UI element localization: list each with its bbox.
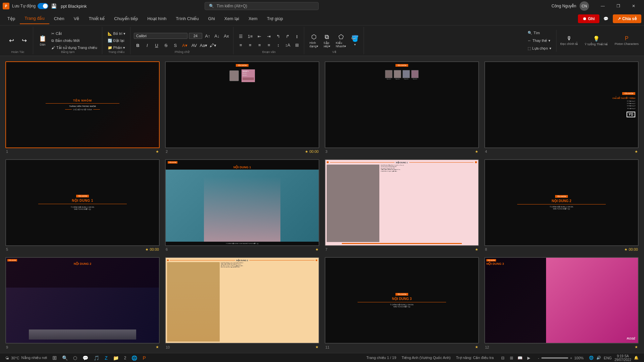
search-bar[interactable]: 🔍 Tìm kiếm (Alt+Q) xyxy=(205,2,319,10)
dictate-button[interactable]: 🎙 Đọc chính tả xyxy=(558,34,581,47)
zoom-in-button[interactable]: + xyxy=(570,356,572,360)
tab-file[interactable]: Tệp xyxy=(3,13,20,24)
slide-item-10[interactable]: NỘI DUNG 2 Jennie Kim (Hangul: 김제니); sin… xyxy=(165,257,319,350)
share-button[interactable]: ↗ Chia sẻ xyxy=(613,14,641,23)
highlight-button[interactable]: 🖍▾ xyxy=(209,41,217,49)
taskbar-icon-files[interactable]: 📁 xyxy=(113,355,119,361)
bold-button[interactable]: B xyxy=(134,41,142,49)
design-ideas-button[interactable]: 💡 Ý tưởng Thiết kế xyxy=(582,34,610,47)
redo-button[interactable]: ↪ xyxy=(18,36,30,46)
slide-thumb-6[interactable]: TÊN NHÓM NỘI DUNG 1 Ý CHÍNH NỘI DUNG 1 G… xyxy=(165,159,319,246)
slideshow-button[interactable]: ▶ xyxy=(525,354,533,362)
slide-thumb-4[interactable]: TÊN NHÓM CHỦ ĐỀ THUYẾT TRÌNH 01 Nội dung… xyxy=(484,61,639,148)
italic-button[interactable]: I xyxy=(143,41,151,49)
slide-item-2[interactable]: TÊN NHÓM GROUP 1 GROUP 5 GROUP 6 xyxy=(165,61,319,154)
network-icon[interactable]: 🌐 xyxy=(589,356,594,360)
underline-button[interactable]: U xyxy=(153,41,161,49)
tab-help[interactable]: Trợ giúp xyxy=(262,13,288,24)
slide-sorter-button[interactable]: ⊞ xyxy=(508,354,515,362)
decrease-font-button[interactable]: A↓ xyxy=(213,32,221,40)
reading-view-button[interactable]: 📖 xyxy=(517,354,524,362)
char-spacing-button[interactable]: AV xyxy=(190,41,198,49)
line-spacing-button[interactable]: ↕ xyxy=(274,41,282,49)
taskbar-icon-ppt[interactable]: P xyxy=(143,355,146,361)
slide-item-12[interactable]: ROSÉ TÊN NHÓM NỘI DUNG 3 12 ★ xyxy=(484,257,639,350)
decrease-indent-button[interactable]: ⇤ xyxy=(256,32,264,40)
align-center-button[interactable]: ≡ xyxy=(246,41,254,49)
maximize-button[interactable]: ❐ xyxy=(610,0,626,12)
tab-draw[interactable]: Vẽ xyxy=(69,13,84,24)
font-size-input[interactable] xyxy=(189,33,202,39)
smartart-button[interactable]: ⊞ xyxy=(293,41,301,49)
slide-thumb-7[interactable]: NỘI DUNG 1 Lalisa Manoban (Tiếng thái: ป… xyxy=(325,159,479,246)
align-right-button[interactable]: ≡ xyxy=(256,41,264,49)
section-button[interactable]: 📁 Phần ▾ xyxy=(106,45,127,51)
tab-insert[interactable]: Chèn xyxy=(49,13,69,24)
strikethrough-button[interactable]: S xyxy=(162,41,170,49)
slide-thumb-9[interactable]: TÊN NHÓM NỘI DUNG 2 xyxy=(5,257,160,344)
slide-item-11[interactable]: TÊN NHÓM NỘI DUNG 3 Ý CHÍNH NỘI DUNG 1 G… xyxy=(325,257,479,350)
notifications-button[interactable]: 🔔 xyxy=(634,356,639,360)
taskbar-icon-music[interactable]: 🎵 xyxy=(94,355,99,361)
minimize-button[interactable]: — xyxy=(595,0,610,12)
taskbar-icon-widgets[interactable]: ⬡ xyxy=(73,355,77,361)
copy-button[interactable]: ⧉Bản chiếu Mới xyxy=(49,38,99,44)
increase-font-button[interactable]: A↑ xyxy=(204,32,212,40)
volume-icon[interactable]: 🔊 xyxy=(596,356,601,360)
slide-item-4[interactable]: TÊN NHÓM CHỦ ĐỀ THUYẾT TRÌNH 01 Nội dung… xyxy=(484,61,639,154)
slide-thumb-8[interactable]: TÊN NHÓM NỘI DUNG 2 Ý CHÍNH NỘI DUNG 1 G… xyxy=(484,159,639,246)
quick-styles-button[interactable]: ⬠KiểuNhanh▾ xyxy=(334,32,348,49)
slide-item-6[interactable]: TÊN NHÓM NỘI DUNG 1 Ý CHÍNH NỘI DUNG 1 G… xyxy=(165,159,319,252)
taskbar-icon-chat[interactable]: 💬 xyxy=(83,355,88,361)
rtl-button[interactable]: ↰ xyxy=(274,32,282,40)
cut-button[interactable]: ✂Cắt xyxy=(49,31,99,37)
slide-item-9[interactable]: TÊN NHÓM NỘI DUNG 2 9 ★ xyxy=(5,257,160,350)
taskbar-icon-vpn[interactable]: Z xyxy=(105,355,108,361)
slide-thumb-12[interactable]: ROSÉ TÊN NHÓM NỘI DUNG 3 xyxy=(484,257,639,344)
justify-button[interactable]: ≡ xyxy=(265,41,273,49)
tab-slideshow[interactable]: Trình Chiếu xyxy=(171,13,203,24)
paste-button[interactable]: 📋Dán xyxy=(37,34,49,48)
zoom-out-button[interactable]: - xyxy=(538,356,539,360)
slide-item-8[interactable]: TÊN NHÓM NỘI DUNG 2 Ý CHÍNH NỘI DUNG 1 G… xyxy=(484,159,639,252)
slide-thumb-5[interactable]: TÊN NHÓM NỘI DUNG 1 Ý CHÍNH NỘI DUNG 1 G… xyxy=(5,159,160,246)
normal-view-button[interactable]: ⊟ xyxy=(499,354,506,362)
taskbar-icon-search[interactable]: 🔍 xyxy=(62,355,68,361)
record-button[interactable]: ⏺ Ghi xyxy=(578,14,599,23)
font-color-button[interactable]: A▾ xyxy=(181,41,189,49)
taskbar-icon-notification[interactable]: 2 xyxy=(124,356,126,360)
find-button[interactable]: 🔍 Tìm xyxy=(526,30,553,36)
slide-thumb-11[interactable]: TÊN NHÓM NỘI DUNG 3 Ý CHÍNH NỘI DUNG 1 G… xyxy=(325,257,479,344)
slide-item-3[interactable]: TÊN NHÓM Họ và tên Họ và tên xyxy=(325,61,479,154)
format-painter-button[interactable]: 🖌Tải sử dụng Trang chiếu xyxy=(49,45,99,51)
text-direction-button[interactable]: ↕A xyxy=(284,41,292,49)
slide-thumb-1[interactable]: TÊN NHÓM THÀNH VIÊN TRONG NHÓM CHỦ ĐỀ TH… xyxy=(5,61,160,148)
tab-design[interactable]: Thiết kế xyxy=(84,13,109,24)
zoom-slider[interactable] xyxy=(541,357,568,359)
slide-thumb-10[interactable]: NỘI DUNG 2 Jennie Kim (Hangul: 김제니); sin… xyxy=(165,257,319,344)
doc-name[interactable]: ppt Blackpink xyxy=(61,4,87,9)
layout-button[interactable]: 📐 Bố trí ▾ xyxy=(106,31,127,37)
reset-button[interactable]: 🔄 Đặt lại xyxy=(106,38,127,44)
change-case-button[interactable]: Aa▾ xyxy=(200,41,208,49)
slide-item-7[interactable]: NỘI DUNG 1 Lalisa Manoban (Tiếng thái: ป… xyxy=(325,159,479,252)
numbering-button[interactable]: 1≡ xyxy=(246,32,254,40)
slide-item-5[interactable]: TÊN NHÓM NỘI DUNG 1 Ý CHÍNH NỘI DUNG 1 G… xyxy=(5,159,160,252)
columns-button[interactable]: ⫿ xyxy=(293,32,301,40)
slide-item-1[interactable]: TÊN NHÓM THÀNH VIÊN TRONG NHÓM CHỦ ĐỀ TH… xyxy=(5,61,160,154)
tab-record[interactable]: Ghi xyxy=(204,13,220,24)
avatar[interactable]: CN xyxy=(580,1,589,11)
shapes-button[interactable]: ⬡Hìnhdạng▾ xyxy=(308,32,320,49)
font-name-input[interactable] xyxy=(134,33,187,39)
bullets-button[interactable]: ☰ xyxy=(237,32,245,40)
shape-fill-button[interactable]: 🪣▾ xyxy=(349,34,361,48)
close-button[interactable]: ✕ xyxy=(626,0,641,12)
undo-button[interactable]: ↩ xyxy=(5,36,17,46)
tab-transitions[interactable]: Chuyển tiếp xyxy=(109,13,143,24)
arrange-button[interactable]: ⧉Sắpxếp▾ xyxy=(321,32,333,49)
tab-home[interactable]: Trang đầu xyxy=(20,13,49,24)
save-button[interactable]: 💾 xyxy=(51,3,57,9)
shadow-button[interactable]: S xyxy=(171,41,179,49)
slide-thumb-3[interactable]: TÊN NHÓM Họ và tên Họ và tên xyxy=(325,61,479,148)
tab-animations[interactable]: Hoạt hình xyxy=(143,13,171,24)
